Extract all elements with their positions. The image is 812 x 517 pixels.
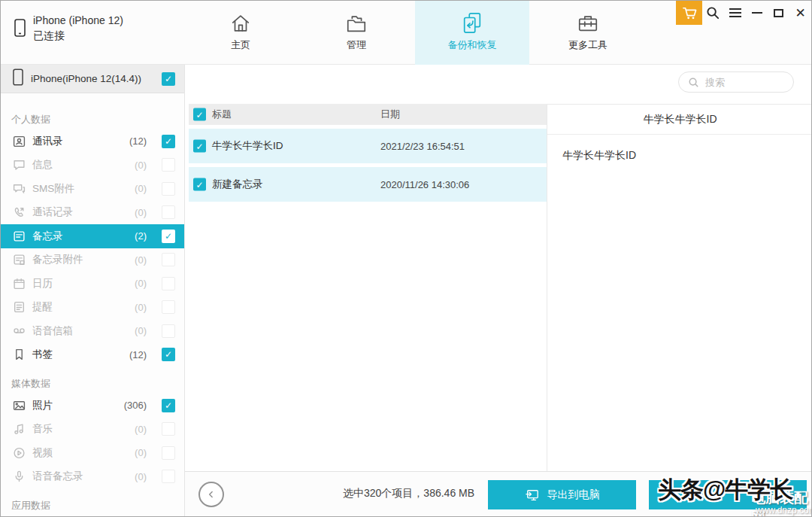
calendar-checkbox[interactable] [162, 277, 175, 290]
export-to-computer-button[interactable]: 导出到电脑 [488, 480, 636, 509]
tab-backup-restore[interactable]: 备份和恢复 [415, 1, 529, 65]
tab-label: 更多工具 [568, 38, 607, 52]
photos-checkbox[interactable]: ✓ [162, 399, 175, 412]
section-media-data: 媒体数据 [1, 366, 184, 394]
sidebar-item-label: 备忘录附件 [32, 253, 83, 266]
messages-checkbox[interactable] [162, 158, 175, 172]
notes-attachments-checkbox[interactable] [162, 253, 175, 266]
tab-label: 备份和恢复 [448, 38, 497, 52]
note-date: 2020/11/26 14:30:06 [380, 179, 469, 190]
sidebar-item-label: 语音信箱 [32, 324, 73, 338]
table-header-row: ✓ 标题 日期 [189, 104, 547, 125]
search-icon-button[interactable] [702, 1, 724, 25]
sidebar-item-contacts[interactable]: 通讯录 (12) ✓ [1, 129, 184, 154]
table-row[interactable]: ✓ 新建备忘录 2020/11/26 14:30:06 [189, 167, 547, 202]
notes-checkbox[interactable]: ✓ [162, 230, 175, 243]
sidebar-item-count: (0) [135, 207, 147, 218]
calendar-icon [13, 277, 26, 290]
tab-manage[interactable]: 管理 [299, 1, 414, 65]
window-controls: ✕ [676, 1, 811, 25]
sidebar-item-music[interactable]: 音乐 (0) [1, 418, 184, 442]
sidebar-item-count: (0) [135, 254, 147, 266]
sidebar-item-call-history[interactable]: 通话记录 (0) [1, 201, 184, 225]
tab-more-tools[interactable]: 更多工具 [531, 1, 645, 65]
sidebar-device-row[interactable]: iPhone(iPhone 12(14.4)) ✓ [1, 65, 184, 93]
sidebar-item-label: SMS附件 [32, 182, 74, 196]
voicemail-checkbox[interactable] [162, 324, 175, 338]
note-title: 新建备忘录 [212, 178, 263, 191]
videos-icon [13, 446, 26, 459]
sidebar-item-count: (0) [135, 278, 147, 289]
sidebar-item-photos[interactable]: 照片 (306) ✓ [1, 394, 184, 418]
connected-device-info: iPhone (iPhone 12) 已连接 [14, 14, 123, 43]
sidebar-item-reminders[interactable]: 提醒 (0) [1, 296, 184, 320]
sidebar-item-label: 书签 [32, 348, 53, 361]
top-bar: iPhone (iPhone 12) 已连接 主页 管理 [1, 1, 811, 65]
sidebar-item-count: (0) [135, 302, 147, 313]
menu-icon-button[interactable] [724, 1, 746, 25]
select-all-checkbox[interactable]: ✓ [193, 108, 206, 121]
messages-icon [13, 159, 26, 172]
search-box [678, 71, 794, 93]
close-button[interactable]: ✕ [789, 1, 811, 25]
row-checkbox[interactable]: ✓ [193, 140, 206, 153]
chevron-left-icon [206, 489, 217, 500]
sidebar-item-count: (0) [135, 325, 147, 336]
export-icon [525, 488, 540, 502]
videos-checkbox[interactable] [162, 446, 175, 460]
cart-button[interactable] [676, 1, 702, 25]
sms-attachments-checkbox[interactable] [162, 182, 175, 196]
device-checkbox[interactable]: ✓ [162, 72, 175, 86]
notes-attachment-icon [13, 254, 26, 266]
sidebar-item-count: (2) [135, 230, 147, 242]
sidebar: iPhone(iPhone 12(14.4)) ✓ 个人数据 通讯录 (12) … [1, 65, 185, 517]
sidebar-item-label: 日历 [32, 277, 53, 290]
sidebar-item-label: 音乐 [32, 422, 53, 436]
call-history-checkbox[interactable] [162, 205, 175, 219]
sidebar-item-label: 备忘录 [32, 230, 63, 243]
tab-label: 主页 [231, 38, 250, 52]
voice-memos-icon [13, 470, 26, 483]
detail-panel-title: 牛学长牛学长ID [547, 105, 812, 135]
contacts-checkbox[interactable]: ✓ [162, 135, 175, 148]
export-button-label: 导出到电脑 [547, 488, 600, 502]
sidebar-device-label: iPhone(iPhone 12(14.4)) [31, 73, 141, 84]
sidebar-item-videos[interactable]: 视频 (0) [1, 441, 184, 465]
sidebar-item-notes[interactable]: 备忘录 (2) ✓ [1, 224, 184, 248]
sidebar-item-voicemail[interactable]: 语音信箱 (0) [1, 319, 184, 343]
sidebar-item-count: (0) [135, 183, 147, 194]
note-date: 2021/2/23 16:54:51 [380, 141, 465, 152]
voice-memos-checkbox[interactable] [162, 470, 175, 483]
sidebar-item-calendar[interactable]: 日历 (0) [1, 272, 184, 296]
sidebar-item-count: (0) [135, 471, 147, 482]
sidebar-item-count: (12) [129, 135, 147, 147]
tab-home[interactable]: 主页 [183, 1, 298, 65]
toolbox-icon [576, 11, 600, 35]
note-title: 牛学长牛学长ID [212, 139, 283, 153]
sidebar-item-label: 通话记录 [32, 205, 73, 219]
table-row[interactable]: ✓ 牛学长牛学长ID 2021/2/23 16:54:51 [189, 129, 547, 163]
home-icon [229, 11, 252, 35]
backup-restore-icon [461, 11, 483, 35]
sidebar-item-voice-memos[interactable]: 语音备忘录 (0) [1, 465, 184, 489]
sidebar-item-sms-attachments[interactable]: SMS附件 (0) [1, 177, 184, 201]
sidebar-item-messages[interactable]: 信息 (0) [1, 154, 184, 178]
row-checkbox[interactable]: ✓ [193, 178, 206, 191]
reminders-checkbox[interactable] [162, 300, 175, 314]
sidebar-item-label: 语音备忘录 [32, 470, 83, 483]
detail-panel-content: 牛学长牛学长ID [547, 135, 812, 177]
sidebar-item-label: 照片 [32, 399, 53, 412]
sidebar-item-notes-attachments[interactable]: 备忘录附件 (0) [1, 248, 184, 272]
music-checkbox[interactable] [162, 422, 175, 436]
bookmarks-checkbox[interactable]: ✓ [162, 348, 175, 361]
sidebar-item-count: (0) [135, 160, 147, 171]
sidebar-item-bookmarks[interactable]: 书签 (12) ✓ [1, 343, 184, 367]
phone-icon [14, 19, 26, 40]
back-button[interactable] [198, 482, 224, 507]
watermark-headline: 头条@牛学长 [658, 474, 792, 506]
search-input[interactable] [705, 77, 784, 88]
maximize-button[interactable] [768, 1, 789, 25]
section-personal-data: 个人数据 [1, 102, 184, 129]
minimize-button[interactable] [746, 1, 768, 25]
minimize-icon [752, 12, 762, 14]
